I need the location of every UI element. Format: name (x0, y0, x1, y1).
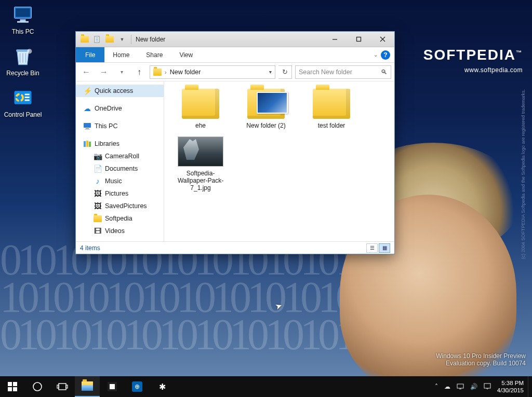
svg-point-23 (33, 382, 42, 391)
taskbar-file-explorer[interactable] (75, 376, 100, 397)
nav-lib-pictures[interactable]: 🖼Pictures (76, 187, 164, 200)
task-view-button[interactable] (50, 376, 75, 397)
desktop-icon-this-pc[interactable]: This PC (3, 3, 43, 35)
onedrive-icon: ☁ (83, 104, 91, 113)
nav-onedrive[interactable]: ☁OneDrive (76, 102, 164, 115)
control-panel-icon (11, 86, 34, 109)
desktop-icon-control-panel[interactable]: Control Panel (3, 86, 43, 118)
quick-access-icon: ⚡ (83, 87, 91, 95)
svg-rect-1 (16, 8, 30, 17)
image-item[interactable]: Softpedia-Wallpaper-Pack-7_1.jpg (169, 134, 232, 194)
breadcrumb[interactable]: › New folder ▾ (150, 65, 275, 79)
svg-rect-13 (84, 123, 91, 128)
music-icon: ♪ (94, 177, 102, 185)
qat-dropdown-icon[interactable]: ▼ (116, 34, 128, 45)
svg-rect-16 (84, 141, 86, 147)
qat-properties-icon[interactable] (91, 34, 103, 45)
libraries-icon (83, 140, 91, 148)
pictures-icon: 🖼 (94, 202, 102, 210)
svg-rect-29 (484, 384, 490, 388)
ribbon-tab-share[interactable]: Share (138, 47, 171, 62)
taskbar-clock[interactable]: 5:38 PM 4/30/2015 (497, 379, 526, 394)
svg-rect-26 (66, 385, 68, 388)
globe-icon: ⊕ (132, 381, 142, 392)
search-input[interactable]: Search New folder 🔍︎ (295, 65, 391, 79)
nav-history-dropdown[interactable]: ▾ (114, 65, 129, 79)
svg-rect-10 (25, 100, 30, 101)
nav-lib-savedpictures[interactable]: 🖼SavedPictures (76, 200, 164, 212)
minimize-button[interactable] (323, 32, 347, 47)
qat-folder-icon[interactable] (79, 34, 90, 45)
nav-quick-access[interactable]: ⚡Quick access (76, 85, 164, 97)
nav-this-pc[interactable]: This PC (76, 120, 164, 132)
ribbon-tabs: File Home Share View ⌄ ? (76, 47, 394, 63)
pictures-icon: 🖼 (94, 189, 102, 198)
tray-onedrive-icon[interactable]: ☁ (444, 383, 450, 390)
taskbar-app-settings[interactable]: ✱ (150, 376, 175, 397)
address-bar: ← → ▾ ↑ › New folder ▾ ↻ Search New fold… (76, 63, 394, 81)
ribbon-tab-view[interactable]: View (171, 47, 201, 62)
brand-logo: SOFTPEDIA™ (423, 48, 523, 62)
nav-forward-button[interactable]: → (97, 65, 111, 79)
tray-network-icon[interactable] (457, 382, 464, 391)
item-label: test folder (302, 122, 361, 129)
recycle-bin-icon (11, 45, 34, 67)
file-list[interactable]: ehe New folder (2) test folder Softpedia… (164, 81, 394, 241)
file-explorer-window: ▼ New folder File Home Share View ⌄ ? ← … (75, 31, 395, 254)
desktop-icon-recycle-bin[interactable]: Recycle Bin (3, 45, 43, 77)
svg-rect-8 (25, 94, 30, 95)
item-label: ehe (171, 122, 230, 129)
nav-back-button[interactable]: ← (79, 65, 94, 79)
svg-rect-25 (57, 385, 59, 388)
close-button[interactable] (370, 32, 394, 47)
tray-overflow-icon[interactable]: ˄ (435, 383, 438, 390)
chevron-right-icon: › (165, 69, 167, 75)
item-label: Softpedia-Wallpaper-Pack-7_1.jpg (171, 170, 230, 191)
svg-rect-20 (13, 382, 17, 386)
nav-libraries[interactable]: Libraries (76, 138, 164, 150)
breadcrumb-dropdown-icon[interactable]: ▾ (269, 69, 272, 75)
taskbar: ⊕ ✱ ˄ ☁ 🔊 5:38 PM 4/30/2015 (0, 376, 532, 397)
nav-lib-softpedia[interactable]: Softpedia (76, 212, 164, 225)
search-placeholder: Search New folder (299, 69, 352, 76)
refresh-button[interactable]: ↻ (278, 65, 292, 79)
cortana-search-button[interactable] (25, 376, 50, 397)
folder-item[interactable]: test folder (300, 87, 363, 131)
maximize-button[interactable] (347, 32, 370, 47)
show-desktop-button[interactable] (528, 376, 532, 397)
svg-rect-17 (86, 141, 88, 147)
taskbar-app-blue[interactable]: ⊕ (125, 376, 150, 397)
folder-item[interactable]: ehe (169, 87, 232, 131)
view-details-button[interactable]: ☰ (366, 243, 378, 253)
window-title: New folder (131, 36, 165, 43)
folder-item[interactable]: New folder (2) (235, 87, 297, 131)
tray-volume-icon[interactable]: 🔊 (470, 383, 477, 390)
start-button[interactable] (0, 376, 25, 397)
ribbon-tab-home[interactable]: Home (104, 47, 138, 62)
nav-lib-cameraroll[interactable]: 📷CameraRoll (76, 150, 164, 162)
nav-lib-videos[interactable]: 🎞Videos (76, 225, 164, 237)
navigation-pane: ⚡Quick access ☁OneDrive This PC Librarie… (76, 81, 164, 241)
qat-new-folder-icon[interactable] (104, 34, 115, 45)
svg-rect-24 (59, 384, 66, 390)
view-thumbnails-button[interactable]: ▦ (379, 243, 390, 253)
desktop[interactable]: 0101010101010101010101010101101010101010… (0, 0, 532, 376)
brand-url: www.softpedia.com (423, 65, 523, 75)
ribbon-expand-icon[interactable]: ⌄ (374, 52, 378, 58)
taskbar-store[interactable] (100, 376, 125, 397)
videos-icon: 🎞 (94, 227, 102, 235)
store-icon (108, 382, 117, 391)
svg-rect-15 (85, 129, 90, 130)
desktop-icon-label: Control Panel (3, 111, 43, 118)
desktop-icons: This PC Recycle Bin Control Panel (3, 3, 50, 128)
svg-rect-19 (8, 382, 12, 386)
nav-lib-documents[interactable]: 📄Documents (76, 162, 164, 175)
nav-up-button[interactable]: ↑ (132, 65, 147, 79)
help-button[interactable]: ? (381, 50, 390, 60)
wallpaper-brand: SOFTPEDIA™ www.softpedia.com (c) 2004 SO… (423, 48, 523, 75)
tray-notifications-icon[interactable] (484, 382, 491, 391)
breadcrumb-path: New folder (170, 69, 201, 76)
ribbon-file-tab[interactable]: File (76, 47, 104, 62)
nav-lib-music[interactable]: ♪Music (76, 175, 164, 187)
window-titlebar[interactable]: ▼ New folder (76, 32, 394, 47)
